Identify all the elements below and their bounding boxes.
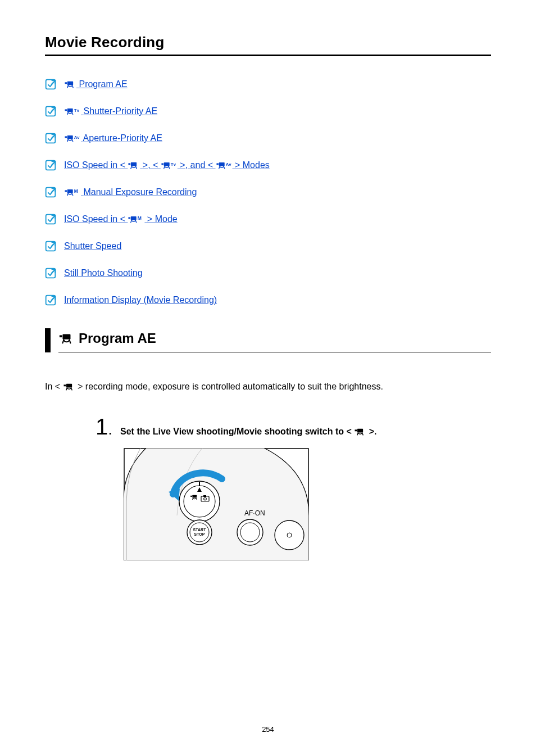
svg-rect-57	[62, 334, 70, 339]
svg-rect-39	[67, 189, 73, 193]
movie-av-mode-icon: Av	[64, 134, 81, 143]
svg-rect-32	[219, 162, 224, 166]
toc-item-aperture-priority[interactable]: Av Aperture-Priority AE	[45, 133, 491, 144]
svg-marker-45	[129, 217, 131, 219]
toc-item-info-display[interactable]: Information Display (Movie Recording)	[45, 295, 491, 306]
svg-marker-64	[355, 430, 357, 432]
movie-mode-icon	[64, 80, 76, 89]
svg-line-48	[136, 220, 137, 223]
toc-item-manual-exposure[interactable]: M Manual Exposure Recording	[45, 187, 491, 198]
part-a: ISO Speed in <	[64, 160, 128, 170]
toc-item-iso-speed-modes[interactable]: ISO Speed in < >, < Tv >, and < Av > Mod…	[45, 160, 491, 171]
svg-line-24	[131, 166, 131, 169]
svg-line-66	[357, 433, 358, 436]
section-program-ae: Program AE	[45, 328, 491, 352]
toc-label-text: Program AE	[79, 79, 127, 89]
table-of-contents: Program AE Tv Shutter-Priority AE Av	[45, 79, 491, 306]
page-number: 254	[0, 725, 536, 734]
movie-m-mode-icon: M	[64, 188, 81, 197]
svg-rect-73	[192, 495, 197, 498]
toc-item-still-photo[interactable]: Still Photo Shooting	[45, 268, 491, 279]
toc-item-shutter-priority[interactable]: Tv Shutter-Priority AE	[45, 106, 491, 117]
movie-tv-mode-icon: Tv	[161, 161, 178, 170]
link-out-icon	[45, 133, 56, 144]
section-title-text: Program AE	[79, 331, 156, 346]
svg-point-84	[275, 520, 304, 550]
svg-line-40	[67, 193, 68, 196]
svg-marker-56	[60, 335, 62, 337]
svg-rect-27	[164, 162, 170, 166]
svg-marker-22	[129, 163, 131, 165]
step-instruction: Set the Live View shooting/Movie shootin…	[120, 427, 376, 437]
svg-line-11	[72, 112, 72, 115]
svg-rect-9	[67, 108, 73, 112]
movie-av-mode-icon: Av	[216, 161, 233, 170]
svg-text:M: M	[74, 188, 78, 194]
svg-line-25	[136, 166, 137, 169]
svg-line-62	[66, 388, 66, 390]
part-b: >, <	[143, 160, 161, 170]
part-d: > Modes	[235, 160, 270, 170]
afon-label: AF·ON	[244, 509, 265, 517]
svg-rect-3	[67, 82, 73, 85]
svg-rect-77	[203, 495, 206, 497]
svg-rect-23	[131, 162, 137, 166]
movie-mode-icon	[354, 427, 366, 436]
toc-link-label: Information Display (Movie Recording)	[64, 295, 217, 305]
link-out-icon	[45, 106, 56, 117]
toc-item-program-ae[interactable]: Program AE	[45, 79, 491, 90]
link-out-icon	[45, 214, 56, 225]
part-c: >, and <	[180, 160, 215, 170]
toc-link-label: M Manual Exposure Recording	[64, 187, 197, 197]
svg-line-33	[219, 166, 219, 169]
page-title: Movie Recording	[45, 34, 491, 51]
svg-marker-31	[216, 163, 219, 165]
toc-link-label: Tv Shutter-Priority AE	[64, 106, 157, 116]
toc-link-label: Shutter Speed	[64, 241, 121, 251]
svg-line-10	[67, 112, 68, 115]
svg-line-29	[169, 166, 169, 169]
toc-link-label: ISO Speed in < M > Mode	[64, 214, 178, 224]
toc-label-text: Manual Exposure Recording	[83, 187, 197, 197]
svg-marker-72	[190, 496, 192, 497]
toc-link-label: ISO Speed in < >, < Tv >, and < Av > Mod…	[64, 160, 270, 170]
link-out-icon	[45, 241, 56, 252]
toc-item-shutter-speed[interactable]: Shutter Speed	[45, 241, 491, 252]
section-underline	[58, 352, 491, 352]
step-number: 1.	[96, 415, 112, 438]
part-b: > Mode	[147, 214, 178, 224]
svg-text:Tv: Tv	[171, 162, 176, 167]
svg-line-59	[70, 340, 71, 343]
movie-m-mode-icon: M	[128, 215, 144, 224]
svg-marker-8	[65, 109, 67, 111]
title-underline	[45, 55, 491, 56]
svg-point-83	[240, 523, 260, 542]
svg-rect-65	[357, 429, 363, 433]
svg-text:Tv: Tv	[74, 108, 80, 113]
svg-line-5	[72, 85, 73, 88]
svg-line-18	[72, 139, 72, 142]
movie-mode-icon	[128, 161, 140, 170]
movie-mode-icon	[63, 382, 75, 391]
stop-label: STOP	[194, 532, 205, 536]
svg-rect-61	[66, 384, 71, 388]
step-1: 1. Set the Live View shooting/Movie shoo…	[45, 415, 491, 563]
svg-marker-15	[65, 136, 67, 138]
camera-switch-figure: START STOP AF·ON	[124, 448, 491, 563]
section-title: Program AE	[58, 328, 491, 351]
page-root: Movie Recording Program AE Tv	[0, 0, 536, 756]
svg-text:Av: Av	[74, 135, 80, 140]
toc-label-text: Shutter-Priority AE	[83, 106, 157, 116]
toc-item-iso-speed-m[interactable]: ISO Speed in < M > Mode	[45, 214, 491, 225]
movie-mode-icon	[58, 332, 74, 345]
svg-text:M: M	[138, 215, 142, 221]
svg-marker-26	[161, 163, 163, 165]
link-out-icon	[45, 268, 56, 279]
toc-link-label: Program AE	[64, 79, 128, 89]
svg-line-17	[67, 139, 68, 142]
section-bar	[45, 328, 51, 352]
intro-paragraph: In < > recording mode, exposure is contr…	[45, 381, 491, 393]
link-out-icon	[45, 187, 56, 198]
start-label: START	[193, 528, 207, 532]
link-out-icon	[45, 160, 56, 171]
